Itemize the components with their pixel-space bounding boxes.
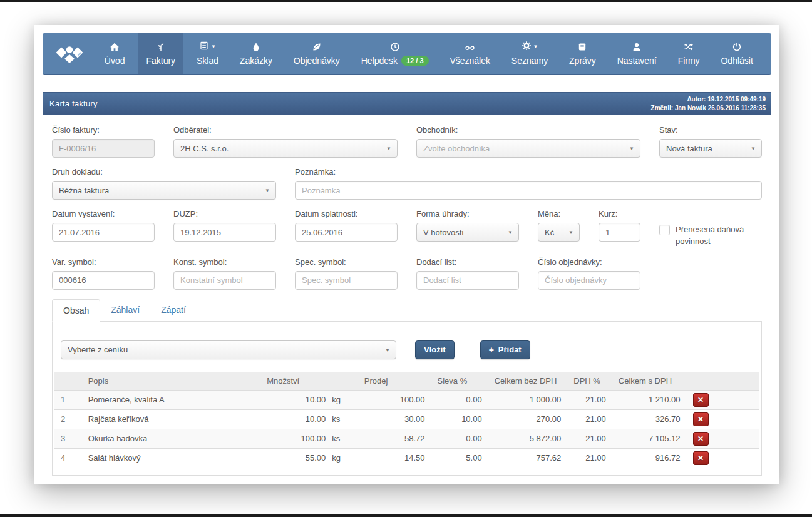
field-var-symbol: Var. symbol: [52,257,155,290]
select-caret-icon: ▼ [265,188,270,193]
payment-method-select[interactable]: V hotovosti ▼ [416,223,519,242]
invoice-form: Číslo faktury: Odběratel: 2H C.S. s.r.o.… [52,125,762,290]
nav-label: Odhlásit [721,56,753,66]
nav-label: Objednávky [294,56,340,66]
document-type-value: Běžná faktura [59,186,109,195]
rate-input[interactable] [599,223,640,242]
item-unit: ks [332,429,358,448]
main-nav: Úvod Faktury [43,33,771,75]
issue-date-input[interactable] [52,223,155,242]
status-select[interactable]: Nová faktura ▼ [659,139,762,158]
tab-obsah[interactable]: Obsah [52,299,100,322]
insert-button[interactable]: Vložit [415,340,455,359]
invoice-items-table: Popis Množství Prodej Sleva % Celkem bez… [54,372,759,468]
field-invoice-number: Číslo faktury: [52,125,155,158]
nav-item-nastaveni[interactable]: Nastavení [609,33,665,74]
field-status: Stav: Nová faktura ▼ [659,125,762,158]
panel-body: Číslo faktury: Odběratel: 2H C.S. s.r.o.… [43,115,771,476]
nav-label: Všeználek [450,56,490,66]
nav-item-vseznalek[interactable]: Všeználek [441,33,498,74]
select-caret-icon: ▼ [568,230,573,235]
insert-button-label: Vložit [424,345,446,354]
nav-item-faktury[interactable]: Faktury [138,33,183,74]
delete-row-button[interactable]: ✕ [693,432,709,446]
field-reverse-charge: Přenesená daňová povinnost [659,209,762,248]
field-document-type: Druh dokladu: Běžná faktura ▼ [52,167,276,200]
add-button[interactable]: + Přidat [480,340,530,359]
col-unit [332,372,358,391]
leaf-icon [312,41,322,52]
delivery-note-input[interactable] [416,271,519,290]
invoice-number-input[interactable] [52,139,155,158]
salesman-select[interactable]: Zvolte obchodníka ▼ [416,139,640,158]
select-caret-icon: ▼ [508,230,513,235]
meta-author: Autor: 19.12.2015 09:49:19 [651,95,766,104]
nav-item-seznamy[interactable]: ▼ Seznamy [503,33,556,74]
nav-item-firmy[interactable]: Firmy [670,33,708,74]
due-date-input[interactable] [295,223,398,242]
currency-value: Kč [545,228,554,237]
var-symbol-input[interactable] [52,271,155,290]
invoice-card-panel: Karta faktury Autor: 19.12.2015 09:49:19… [43,92,771,476]
document-type-select[interactable]: Běžná faktura ▼ [52,181,276,200]
item-total-gross: 916.72 [612,448,687,468]
delete-row-button[interactable]: ✕ [693,393,709,407]
const-symbol-label: Konst. symbol: [173,257,276,267]
item-total-net: 5 872.00 [488,429,568,448]
spec-symbol-input[interactable] [295,271,398,290]
tab-content-obsah: Vyberte z ceníku ▼ Vložit + Přidat [52,322,762,476]
pricelist-select-value: Vyberte z ceníku [68,345,128,354]
app-window: Úvod Faktury [34,25,779,484]
table-row: 1 Pomeranče, kvalita A 10.00 kg 100.00 0… [54,390,759,409]
field-const-symbol: Konst. symbol: [173,257,276,290]
item-total-net: 1 000.00 [488,390,568,409]
pricelist-select[interactable]: Vyberte z ceníku ▼ [61,340,396,359]
tab-zahlavi[interactable]: Záhlaví [100,299,150,322]
currency-select[interactable]: Kč ▼ [538,223,580,242]
item-unit: ks [332,409,358,429]
item-unit: kg [332,448,358,468]
nav-item-zpravy[interactable]: Zprávy [561,33,604,74]
seedling-icon [156,41,166,52]
order-number-input[interactable] [538,271,640,290]
item-total-gross: 326.70 [612,409,687,429]
meta-changed: Změnil: Jan Novák 26.06.2016 11:28:35 [651,104,766,113]
inbox-icon [577,41,587,52]
item-total-gross: 7 105.12 [612,429,687,448]
item-quantity: 10.00 [260,409,332,429]
nav-item-odhlasit[interactable]: Odhlásit [712,33,761,74]
reverse-charge-checkbox[interactable] [659,225,670,235]
nav-label: Úvod [105,56,125,66]
delete-row-button[interactable]: ✕ [693,451,709,465]
tab-bar: Obsah Záhlaví Zápatí [52,299,762,322]
field-currency: Měna: Kč ▼ [538,209,580,248]
nav-item-sklad[interactable]: ▼ Sklad [188,33,227,74]
nav-label: Firmy [678,56,700,66]
table-row: 2 Rajčata keříková 10.00 ks 30.00 10.00 … [54,409,759,429]
table-header-row: Popis Množství Prodej Sleva % Celkem bez… [54,372,759,391]
nav-item-helpdesk[interactable]: Helpdesk 12 / 3 [353,33,437,74]
nav-item-objednavky[interactable]: Objednávky [285,33,348,74]
app-logo[interactable] [48,33,91,74]
gear-icon [522,41,532,53]
issue-date-label: Datum vystavení: [52,209,155,218]
tab-zapati[interactable]: Zápatí [150,299,197,322]
item-total-net: 270.00 [488,409,568,429]
duzp-input[interactable] [173,223,276,242]
delete-row-button[interactable]: ✕ [693,412,709,426]
col-prodej: Prodej [358,372,431,391]
row-index: 2 [54,409,82,429]
rate-label: Kurz: [599,209,640,218]
note-input[interactable] [295,181,762,200]
screen-edge-top [0,0,812,2]
chevron-down-icon: ▼ [211,44,216,49]
select-caret-icon: ▼ [629,146,634,151]
nav-item-zakazky[interactable]: Zakázky [232,33,280,74]
var-symbol-label: Var. symbol: [52,257,155,267]
const-symbol-input[interactable] [173,271,276,290]
plus-icon: + [489,346,494,354]
customer-label: Odběratel: [173,125,398,135]
nav-item-uvod[interactable]: Úvod [96,33,133,74]
chevron-down-icon: ▼ [533,44,538,49]
customer-select[interactable]: 2H C.S. s.r.o. ▼ [173,139,398,158]
